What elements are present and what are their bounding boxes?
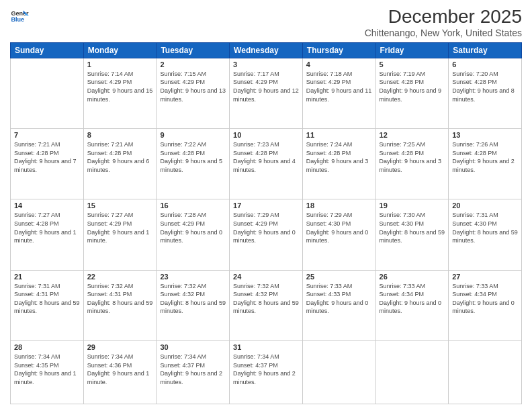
calendar-cell <box>302 340 375 404</box>
logo-icon: General Blue <box>10 7 29 26</box>
cell-info: Sunrise: 7:33 AMSunset: 4:34 PMDaylight:… <box>380 282 445 316</box>
calendar-cell <box>11 58 84 128</box>
cell-info: Sunrise: 7:21 AMSunset: 4:28 PMDaylight:… <box>14 140 80 174</box>
day-number: 7 <box>14 131 80 139</box>
cell-info: Sunrise: 7:32 AMSunset: 4:31 PMDaylight:… <box>87 282 153 316</box>
calendar-cell: 8Sunrise: 7:21 AMSunset: 4:28 PMDaylight… <box>83 129 157 199</box>
calendar-week-row: 1Sunrise: 7:14 AMSunset: 4:29 PMDaylight… <box>11 58 522 128</box>
calendar-week-row: 28Sunrise: 7:34 AMSunset: 4:35 PMDayligh… <box>11 340 522 404</box>
weekday-header: Sunday <box>11 42 84 58</box>
calendar-cell: 3Sunrise: 7:17 AMSunset: 4:29 PMDaylight… <box>230 58 303 128</box>
day-number: 1 <box>87 60 153 68</box>
day-number: 17 <box>233 201 299 210</box>
logo: General Blue <box>10 7 29 26</box>
day-number: 2 <box>160 60 226 68</box>
day-number: 4 <box>306 60 372 68</box>
day-number: 3 <box>233 60 299 68</box>
weekday-header-row: SundayMondayTuesdayWednesdayThursdayFrid… <box>11 42 522 58</box>
day-number: 6 <box>452 60 518 68</box>
calendar-cell: 18Sunrise: 7:29 AMSunset: 4:30 PMDayligh… <box>302 199 375 270</box>
day-number: 15 <box>87 201 153 210</box>
weekday-header: Wednesday <box>230 42 303 58</box>
cell-info: Sunrise: 7:33 AMSunset: 4:33 PMDaylight:… <box>306 282 372 316</box>
cell-info: Sunrise: 7:26 AMSunset: 4:28 PMDaylight:… <box>452 140 518 174</box>
calendar-cell: 9Sunrise: 7:22 AMSunset: 4:28 PMDaylight… <box>157 129 230 199</box>
calendar-cell: 17Sunrise: 7:29 AMSunset: 4:29 PMDayligh… <box>230 199 303 270</box>
day-number: 12 <box>380 131 445 139</box>
cell-info: Sunrise: 7:22 AMSunset: 4:28 PMDaylight:… <box>160 140 226 174</box>
cell-info: Sunrise: 7:24 AMSunset: 4:28 PMDaylight:… <box>306 140 372 174</box>
day-number: 14 <box>14 201 80 210</box>
day-number: 19 <box>380 201 445 210</box>
svg-text:General: General <box>11 10 29 17</box>
day-number: 22 <box>87 273 153 281</box>
svg-text:Blue: Blue <box>11 16 24 23</box>
calendar-cell: 6Sunrise: 7:20 AMSunset: 4:28 PMDaylight… <box>449 58 522 128</box>
day-number: 18 <box>306 201 372 210</box>
cell-info: Sunrise: 7:21 AMSunset: 4:28 PMDaylight:… <box>87 140 153 174</box>
calendar-cell: 5Sunrise: 7:19 AMSunset: 4:28 PMDaylight… <box>375 58 449 128</box>
cell-info: Sunrise: 7:20 AMSunset: 4:28 PMDaylight:… <box>452 70 518 103</box>
cell-info: Sunrise: 7:34 AMSunset: 4:37 PMDaylight:… <box>233 353 299 386</box>
calendar-cell <box>375 340 449 404</box>
day-number: 28 <box>14 343 80 351</box>
calendar-week-row: 21Sunrise: 7:31 AMSunset: 4:31 PMDayligh… <box>11 270 522 340</box>
calendar-cell: 15Sunrise: 7:27 AMSunset: 4:29 PMDayligh… <box>83 199 157 270</box>
calendar-cell <box>449 340 522 404</box>
calendar-cell: 28Sunrise: 7:34 AMSunset: 4:35 PMDayligh… <box>11 340 84 404</box>
main-title: December 2025 <box>365 7 522 28</box>
calendar-cell: 23Sunrise: 7:32 AMSunset: 4:32 PMDayligh… <box>157 270 230 340</box>
cell-info: Sunrise: 7:23 AMSunset: 4:28 PMDaylight:… <box>233 140 299 174</box>
day-number: 10 <box>233 131 299 139</box>
calendar-week-row: 7Sunrise: 7:21 AMSunset: 4:28 PMDaylight… <box>11 129 522 199</box>
calendar-cell: 22Sunrise: 7:32 AMSunset: 4:31 PMDayligh… <box>83 270 157 340</box>
day-number: 29 <box>87 343 153 351</box>
day-number: 25 <box>306 273 372 281</box>
cell-info: Sunrise: 7:27 AMSunset: 4:29 PMDaylight:… <box>87 211 153 244</box>
calendar-cell: 4Sunrise: 7:18 AMSunset: 4:29 PMDaylight… <box>302 58 375 128</box>
calendar-cell: 13Sunrise: 7:26 AMSunset: 4:28 PMDayligh… <box>449 129 522 199</box>
day-number: 8 <box>87 131 153 139</box>
cell-info: Sunrise: 7:34 AMSunset: 4:35 PMDaylight:… <box>14 353 80 386</box>
cell-info: Sunrise: 7:31 AMSunset: 4:30 PMDaylight:… <box>452 211 518 244</box>
header: General Blue December 2025 Chittenango, … <box>10 7 522 38</box>
subtitle: Chittenango, New York, United States <box>365 28 522 38</box>
calendar-cell: 14Sunrise: 7:27 AMSunset: 4:28 PMDayligh… <box>11 199 84 270</box>
day-number: 27 <box>452 273 518 281</box>
weekday-header: Monday <box>83 42 157 58</box>
cell-info: Sunrise: 7:33 AMSunset: 4:34 PMDaylight:… <box>452 282 518 316</box>
weekday-header: Thursday <box>302 42 375 58</box>
calendar-cell: 31Sunrise: 7:34 AMSunset: 4:37 PMDayligh… <box>230 340 303 404</box>
day-number: 5 <box>380 60 445 68</box>
calendar-cell: 24Sunrise: 7:32 AMSunset: 4:32 PMDayligh… <box>230 270 303 340</box>
weekday-header: Saturday <box>449 42 522 58</box>
calendar-cell: 10Sunrise: 7:23 AMSunset: 4:28 PMDayligh… <box>230 129 303 199</box>
cell-info: Sunrise: 7:15 AMSunset: 4:29 PMDaylight:… <box>160 70 226 103</box>
page: General Blue December 2025 Chittenango, … <box>0 0 532 411</box>
calendar-cell: 12Sunrise: 7:25 AMSunset: 4:28 PMDayligh… <box>375 129 449 199</box>
cell-info: Sunrise: 7:29 AMSunset: 4:29 PMDaylight:… <box>233 211 299 244</box>
calendar-cell: 27Sunrise: 7:33 AMSunset: 4:34 PMDayligh… <box>449 270 522 340</box>
day-number: 20 <box>452 201 518 210</box>
title-block: December 2025 Chittenango, New York, Uni… <box>365 7 522 38</box>
day-number: 30 <box>160 343 226 351</box>
cell-info: Sunrise: 7:32 AMSunset: 4:32 PMDaylight:… <box>233 282 299 316</box>
day-number: 31 <box>233 343 299 351</box>
calendar-cell: 2Sunrise: 7:15 AMSunset: 4:29 PMDaylight… <box>157 58 230 128</box>
calendar-cell: 29Sunrise: 7:34 AMSunset: 4:36 PMDayligh… <box>83 340 157 404</box>
day-number: 16 <box>160 201 226 210</box>
cell-info: Sunrise: 7:17 AMSunset: 4:29 PMDaylight:… <box>233 70 299 103</box>
calendar-cell: 26Sunrise: 7:33 AMSunset: 4:34 PMDayligh… <box>375 270 449 340</box>
day-number: 13 <box>452 131 518 139</box>
calendar-cell: 21Sunrise: 7:31 AMSunset: 4:31 PMDayligh… <box>11 270 84 340</box>
weekday-header: Friday <box>375 42 449 58</box>
cell-info: Sunrise: 7:34 AMSunset: 4:36 PMDaylight:… <box>87 353 153 386</box>
cell-info: Sunrise: 7:14 AMSunset: 4:29 PMDaylight:… <box>87 70 153 103</box>
day-number: 11 <box>306 131 372 139</box>
weekday-header: Tuesday <box>157 42 230 58</box>
day-number: 21 <box>14 273 80 281</box>
day-number: 9 <box>160 131 226 139</box>
calendar-cell: 7Sunrise: 7:21 AMSunset: 4:28 PMDaylight… <box>11 129 84 199</box>
day-number: 24 <box>233 273 299 281</box>
calendar-cell: 19Sunrise: 7:30 AMSunset: 4:30 PMDayligh… <box>375 199 449 270</box>
